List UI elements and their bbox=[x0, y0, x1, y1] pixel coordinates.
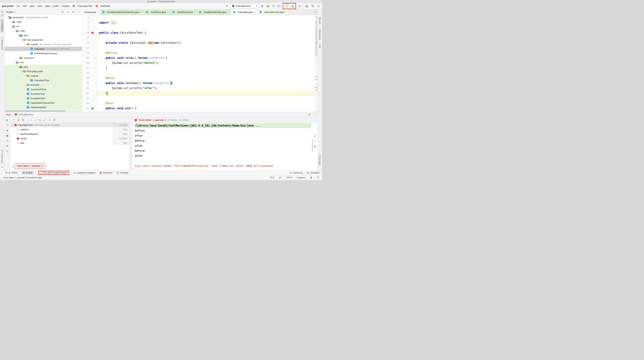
locate-file-icon[interactable]: ⊕ bbox=[62, 11, 64, 13]
breadcrumb-item[interactable]: src bbox=[16, 5, 20, 7]
debug-with-parallel-runner-button[interactable] bbox=[290, 4, 294, 8]
line-ending[interactable]: LF bbox=[279, 176, 281, 179]
error-stripe[interactable] bbox=[315, 15, 318, 112]
export-test-results-icon[interactable]: ↗ bbox=[48, 119, 50, 121]
gear-icon[interactable]: ⚙ bbox=[308, 113, 310, 116]
folded-code[interactable]: ... bbox=[110, 21, 117, 24]
sort-alphabetically-icon[interactable]: ↕ bbox=[27, 119, 28, 121]
highlighting-level-icon[interactable] bbox=[317, 176, 319, 179]
chevron-down-icon[interactable]: ▾ bbox=[17, 66, 20, 68]
tree-item[interactable]: CAssertionTest bbox=[4, 92, 82, 96]
run-with-parallel-runner-button[interactable]: Run with Parallel Runner bbox=[38, 171, 69, 175]
breadcrumb-item[interactable]: module bbox=[62, 5, 70, 7]
chevron-down-icon[interactable]: ▾ bbox=[24, 75, 27, 77]
file-encoding[interactable]: UTF-8 bbox=[286, 176, 292, 179]
run-configuration-select[interactable]: CalculatorTest ▾ bbox=[230, 4, 259, 8]
clear-console-icon[interactable]: × bbox=[314, 150, 316, 153]
breadcrumb-item[interactable]: CalculatorTest bbox=[78, 5, 92, 7]
chevron-right-icon[interactable]: ▸ bbox=[24, 84, 27, 86]
rerun-failed-tests-icon[interactable]: ↻ bbox=[6, 124, 8, 126]
tree-item[interactable]: ▾test bbox=[4, 60, 82, 65]
sequence-diagram-button[interactable]: Sequence Diagram bbox=[74, 172, 96, 174]
run-tool-window-button[interactable]: 4: Run bbox=[22, 171, 34, 174]
scroll-to-end-icon[interactable]: ⇓ bbox=[314, 140, 316, 143]
editor-scrollbar-thumb[interactable] bbox=[315, 20, 317, 57]
soft-wrap-icon[interactable]: ⇄ bbox=[314, 135, 316, 137]
sidebar-item-coverage[interactable]: Coverage bbox=[318, 154, 321, 165]
tree-item[interactable]: ▾java-junit4~/pdai/www/java-junit4 bbox=[4, 15, 82, 20]
stripe-mark[interactable] bbox=[316, 87, 317, 88]
breadcrumb-item[interactable]: java-junit4 bbox=[2, 5, 13, 7]
tool-window-icon[interactable] bbox=[1, 11, 4, 13]
tree-item[interactable]: ▾tech.pdai.junit4 bbox=[4, 38, 82, 42]
tree-item[interactable]: ▾module bbox=[4, 74, 82, 78]
sort-by-duration-icon[interactable]: ⇅ bbox=[22, 119, 24, 121]
chevron-down-icon[interactable]: ▾ bbox=[20, 39, 23, 41]
scrollbar-thumb[interactable] bbox=[5, 110, 65, 112]
chevron-down-icon[interactable]: ▾ bbox=[24, 43, 27, 45]
chevron-down-icon[interactable]: ▾ bbox=[10, 25, 12, 27]
tree-item[interactable]: CHasGlobalTimeoutTest bbox=[4, 101, 82, 105]
editor-tab[interactable]: CPrimeNumberCheckerTest.java× bbox=[100, 9, 144, 15]
close-icon[interactable]: × bbox=[141, 11, 142, 13]
stop-button[interactable] bbox=[298, 4, 302, 8]
chevron-down-icon[interactable]: ▾ bbox=[17, 34, 20, 36]
breadcrumb-item[interactable]: pdai bbox=[45, 5, 50, 7]
pin-tab-icon[interactable]: ⇓ bbox=[6, 150, 8, 152]
down-stack-trace-icon[interactable]: ↓ bbox=[314, 129, 316, 132]
test-tree-row[interactable]: ! divide 2s 10ms bbox=[10, 136, 129, 141]
close-icon[interactable]: × bbox=[34, 113, 36, 116]
status-message[interactable]: Tests failed: 1, passed: 3 (moments ago) bbox=[3, 176, 42, 179]
tree-item[interactable]: CExceptionTest bbox=[4, 96, 82, 101]
stripe-mark[interactable] bbox=[316, 76, 317, 77]
build-hammer-icon[interactable] bbox=[225, 4, 229, 8]
sidebar-item-ant[interactable]: Ant bbox=[318, 44, 321, 48]
tree-item[interactable]: ▸testsuite bbox=[4, 83, 82, 87]
test-history-icon[interactable]: ◷ bbox=[6, 139, 8, 142]
tab-list-chevron-icon[interactable]: ▾ bbox=[313, 9, 318, 15]
run-tab[interactable]: CalculatorTest × bbox=[13, 112, 38, 117]
collapse-all-icon[interactable]: ∧ bbox=[67, 11, 69, 13]
previous-failed-test-icon[interactable]: ↑ bbox=[31, 119, 32, 121]
search-icon[interactable] bbox=[316, 4, 320, 8]
more-tool-windows-icon[interactable]: » bbox=[2, 166, 3, 168]
breadcrumb-item[interactable]: tearDown bbox=[100, 5, 110, 7]
import-test-results-icon[interactable]: ↙ bbox=[44, 119, 46, 121]
close-icon[interactable]: × bbox=[194, 11, 195, 13]
layout-grid-icon[interactable] bbox=[311, 4, 314, 8]
tree-item[interactable]: resources bbox=[4, 56, 82, 60]
rerun-icon[interactable]: ▶ bbox=[6, 119, 8, 121]
breadcrumb-item[interactable]: tech bbox=[38, 5, 42, 7]
run-with-parallel-runner-button[interactable] bbox=[284, 4, 288, 8]
tree-item[interactable]: CCalculatorTest bbox=[4, 78, 82, 83]
close-icon[interactable]: × bbox=[254, 11, 256, 13]
sidebar-item-favorites[interactable]: 2: Favorites bbox=[1, 150, 4, 163]
fold-marker-icon[interactable] bbox=[95, 67, 96, 69]
snapshot-icon[interactable]: ▣ bbox=[6, 134, 8, 137]
terminal-button[interactable]: Terminal bbox=[117, 172, 128, 174]
horizontal-scrollbar[interactable] bbox=[4, 110, 82, 112]
editor-tab-active[interactable]: CCalculatorTest.java× bbox=[258, 9, 288, 15]
debug-button[interactable] bbox=[266, 4, 270, 8]
breadcrumb-item[interactable]: test bbox=[23, 5, 27, 7]
tree-item[interactable]: CPrimeNumberChecker bbox=[4, 51, 82, 56]
fold-marker-icon[interactable] bbox=[95, 92, 96, 94]
tree-item[interactable]: ▾java bbox=[4, 33, 82, 38]
chevron-down-icon[interactable]: ▾ bbox=[13, 30, 16, 32]
caret-position[interactable]: 22:6 bbox=[270, 176, 274, 179]
visualgc-button[interactable]: VisualGC bbox=[307, 172, 320, 174]
close-icon[interactable]: × bbox=[285, 11, 287, 13]
tree-item[interactable]: ▾tech.pdai.junit4 bbox=[4, 69, 82, 74]
chevron-down-icon[interactable]: ▾ bbox=[6, 16, 9, 18]
tree-item[interactable]: CAssertion2Test bbox=[4, 87, 82, 92]
next-failed-test-icon[interactable]: ↓ bbox=[35, 119, 36, 121]
gear-icon[interactable]: ⚙ bbox=[72, 11, 74, 13]
test-tree-row[interactable]: ✓ subtract 2ms bbox=[10, 127, 129, 132]
chevron-down-icon[interactable]: ▾ bbox=[20, 70, 23, 72]
stripe-mark[interactable] bbox=[316, 90, 317, 91]
test-tree-row[interactable]: ✓ testDivideByZero 0ms bbox=[10, 132, 129, 136]
profiler-button[interactable]: ▾ bbox=[277, 4, 281, 8]
tool-window-icon[interactable] bbox=[1, 14, 4, 16]
sonarlint-button[interactable]: SonarLint bbox=[100, 172, 112, 174]
sidebar-item-structure[interactable]: 7: Structure bbox=[1, 37, 4, 50]
